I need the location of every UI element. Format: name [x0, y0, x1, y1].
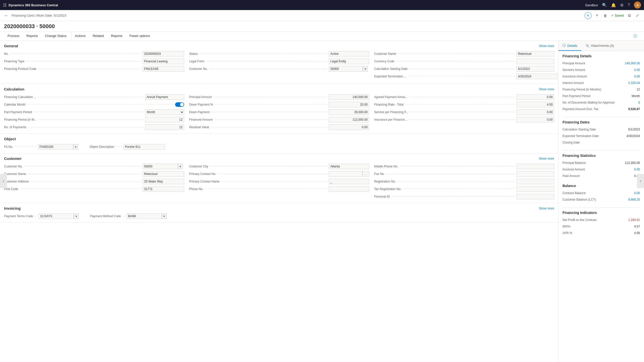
legal-form-input[interactable] [329, 59, 369, 64]
customer-name-input[interactable] [516, 51, 554, 57]
panel-invoiced-amount: Invoiced Amount 0.00 [562, 167, 640, 172]
customer-city-input[interactable] [329, 164, 369, 169]
search-icon[interactable]: 🔍 [602, 3, 607, 8]
nav-next-arrow[interactable]: › [637, 174, 644, 188]
tax-registration-input[interactable] [516, 186, 554, 192]
currency-code-input[interactable] [516, 59, 554, 64]
fa-no-dropdown-btn[interactable]: ▼ [73, 144, 78, 150]
primary-contact-no-label: Primary Contact No. [189, 172, 216, 176]
add-icon[interactable]: + [595, 12, 599, 19]
personal-id-input[interactable] [516, 194, 554, 199]
field-primary-contact-no: Primary Contact No. … [189, 171, 369, 177]
panel-expected-term-date: Expected Termination Date 4/30/2024 [562, 133, 640, 139]
main-layout: General Show more No. Financing Type [0, 41, 644, 362]
invoicing-show-more[interactable]: Show more [539, 207, 554, 210]
customer-no-label: Customer No. [189, 67, 208, 71]
panel-contract-balance: Contract Balance 0.00 [562, 190, 640, 196]
right-panel: ⓘ Details 📎 Attachments (0) Financing De… [558, 41, 644, 362]
avatar[interactable]: A [634, 2, 641, 9]
panel-closing-date-label: Closing Date [562, 141, 580, 144]
field-currency-code: Currency Code [374, 58, 554, 65]
help-icon[interactable]: ? [628, 3, 630, 7]
panel-tab-details[interactable]: ⓘ Details [558, 41, 581, 51]
field-fax-no: Fax No. [374, 171, 554, 177]
panel-principal-balance-value: 112,000.00 [625, 161, 640, 165]
no-payments-input[interactable] [145, 124, 184, 130]
phone-no-input[interactable] [329, 186, 369, 192]
agreed-payment-input[interactable] [516, 94, 554, 100]
payment-terms-input[interactable] [38, 213, 74, 219]
mobile-phone-input[interactable] [516, 164, 554, 169]
settings-icon[interactable]: ⚙ [620, 3, 624, 8]
primary-contact-name-input[interactable] [329, 179, 369, 184]
payment-method-input[interactable] [127, 213, 162, 219]
primary-contact-no-ellipsis[interactable]: … [363, 171, 369, 177]
insurance-per-input[interactable] [516, 117, 554, 122]
financing-type-input[interactable] [143, 59, 184, 64]
expected-termination-input[interactable] [516, 74, 557, 79]
mobile-phone-label: Mobile Phone No. [374, 165, 398, 168]
panel-tab-attachments[interactable]: 📎 Attachments (0) [581, 41, 618, 51]
tab-change-status[interactable]: Change Status [42, 32, 70, 40]
principal-amount-calc-input[interactable] [329, 94, 369, 100]
customer-no-cust-dropdown-btn[interactable]: ▼ [178, 164, 183, 169]
financing-product-code-input[interactable] [143, 66, 184, 72]
nav-prev-arrow[interactable]: ‹ [0, 174, 7, 188]
customer-show-more[interactable]: Show more [539, 157, 554, 160]
service-per-input[interactable] [516, 109, 554, 115]
residual-value-input[interactable] [329, 124, 369, 130]
fax-no-input[interactable] [516, 171, 554, 177]
customer-address-input[interactable] [143, 179, 184, 184]
customer-no-cust-input[interactable] [143, 164, 178, 169]
edit-icon[interactable]: ✎ [585, 12, 592, 19]
expand-icon[interactable]: ⤢ [635, 12, 640, 19]
customer-no-dropdown-btn[interactable]: ▼ [363, 66, 368, 72]
delete-icon[interactable]: 🗑 [602, 13, 608, 19]
field-financing-product-code: Financing Product Code [4, 66, 184, 72]
status-input[interactable] [329, 51, 369, 57]
financing-rate-input[interactable] [516, 102, 554, 107]
bell-icon[interactable]: 🔔 [611, 3, 616, 8]
open-in-new-icon[interactable]: ⧉ [627, 12, 632, 19]
primary-contact-no-input[interactable] [329, 171, 363, 177]
down-payment-input[interactable] [329, 109, 369, 115]
payment-terms-label: Payment Terms Code [4, 214, 33, 218]
part-payment-period-select[interactable]: Month [145, 109, 184, 115]
fa-no-input[interactable] [38, 144, 73, 150]
post-code-input[interactable] [143, 186, 184, 192]
no-input[interactable] [143, 51, 184, 57]
calc-starting-date-input[interactable] [516, 66, 554, 72]
calculation-show-more[interactable]: Show more [539, 87, 554, 91]
panel-closing-date: Closing Date [562, 140, 640, 145]
field-legal-form: Legal Form [189, 58, 369, 65]
field-financing-rate: Financing Rate - Total [374, 101, 554, 108]
customer-no-input[interactable] [329, 66, 363, 72]
customer-name-cust-input[interactable] [143, 171, 184, 177]
back-button[interactable]: ← [4, 13, 9, 18]
tab-related[interactable]: Related [89, 32, 107, 40]
tax-registration-label: Tax Registration No. [374, 187, 401, 191]
tab-reports-2[interactable]: Reports [107, 32, 126, 40]
down-payment-pct-input[interactable] [329, 102, 369, 107]
field-registration-no: Registration No. [374, 178, 554, 185]
sandbox-label: Sandbox [585, 3, 598, 7]
calendar-month-toggle[interactable] [175, 102, 184, 107]
panel-insurance-amount: Insurance Amount 0.00 [562, 74, 640, 79]
general-show-more[interactable]: Show more [539, 44, 554, 48]
tab-fewer-options[interactable]: Fewer options [126, 32, 154, 40]
info-button[interactable]: ⓘ [630, 32, 640, 40]
financing-period-input[interactable] [145, 117, 184, 122]
tab-actions[interactable]: Actions [71, 32, 89, 40]
financing-calc-input[interactable] [145, 94, 184, 100]
financed-amount-input[interactable] [329, 117, 369, 122]
payment-terms-dropdown-btn[interactable]: ▼ [74, 213, 79, 219]
tab-reports-1[interactable]: Reports [23, 32, 42, 40]
calc-starting-date-label: Calculation Starting Date [374, 67, 408, 71]
payment-method-dropdown-btn[interactable]: ▼ [162, 213, 167, 219]
status-label: Status [189, 52, 198, 56]
calculation-section-title: Calculation [4, 87, 24, 91]
object-description-input[interactable] [124, 144, 165, 150]
tab-process[interactable]: Process [4, 32, 23, 40]
field-part-payment-period: Part Payment Period Month [4, 109, 184, 115]
registration-no-input[interactable] [516, 179, 554, 184]
